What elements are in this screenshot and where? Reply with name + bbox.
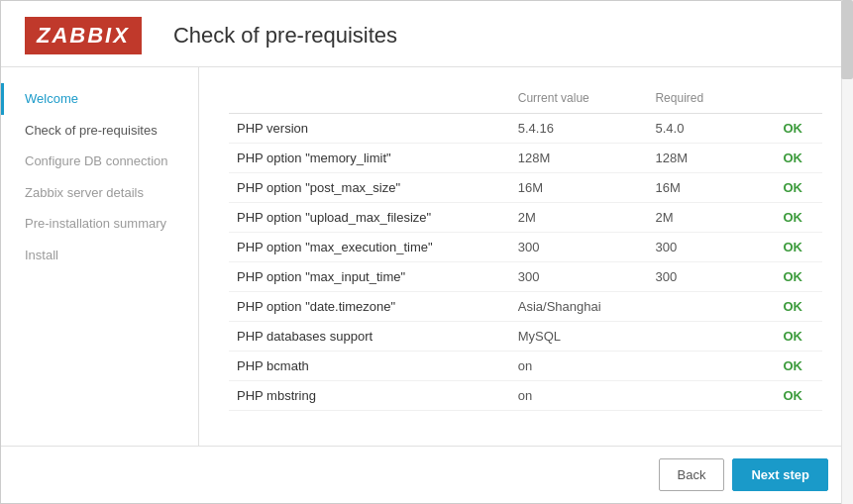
cell-name: PHP option "date.timezone" — [229, 292, 510, 322]
cell-status: OK — [760, 292, 822, 322]
col-header-status — [760, 87, 822, 114]
prereq-table: Current value Required PHP version 5.4.1… — [229, 87, 822, 411]
logo: ZABBIX — [25, 17, 142, 54]
cell-required: 300 — [647, 233, 759, 262]
table-row: PHP option "post_max_size" 16M 16M OK — [229, 173, 822, 203]
cell-required: 128M — [647, 144, 759, 173]
sidebar-item-summary[interactable]: Pre-installation summary — [1, 208, 198, 240]
cell-status: OK — [760, 352, 822, 381]
scrollbar-thumb[interactable] — [841, 67, 852, 79]
cell-status: OK — [760, 381, 822, 411]
sidebar-item-server[interactable]: Zabbix server details — [1, 177, 198, 209]
main-window: ZABBIX Check of pre-requisites Welcome C… — [0, 0, 853, 504]
col-header-name — [229, 87, 510, 114]
sidebar-item-install[interactable]: Install — [1, 240, 198, 271]
cell-required — [647, 292, 759, 322]
cell-required — [647, 381, 759, 411]
cell-required: 16M — [647, 173, 759, 203]
cell-current: 5.4.16 — [510, 114, 648, 144]
cell-current: on — [510, 381, 648, 411]
bottom-bar: Back Next step — [1, 446, 852, 503]
cell-current: MySQL — [510, 322, 648, 352]
cell-current: 300 — [510, 262, 648, 292]
cell-required: 5.4.0 — [647, 114, 759, 144]
cell-required: 2M — [647, 203, 759, 233]
table-row: PHP option "date.timezone" Asia/Shanghai… — [229, 292, 822, 322]
cell-name: PHP mbstring — [229, 381, 510, 411]
table-row: PHP version 5.4.16 5.4.0 OK — [229, 114, 822, 144]
cell-required — [647, 322, 759, 352]
sidebar: Welcome Check of pre-requisites Configur… — [1, 67, 199, 446]
cell-status: OK — [760, 322, 822, 352]
cell-status: OK — [760, 203, 822, 233]
table-row: PHP option "upload_max_filesize" 2M 2M O… — [229, 203, 822, 233]
cell-status: OK — [760, 173, 822, 203]
col-header-required: Required — [647, 87, 759, 114]
table-row: PHP mbstring on OK — [229, 381, 822, 411]
page-title: Check of pre-requisites — [173, 23, 397, 49]
content-area: Current value Required PHP version 5.4.1… — [199, 67, 852, 446]
table-row: PHP option "max_execution_time" 300 300 … — [229, 233, 822, 262]
cell-required — [647, 352, 759, 381]
cell-status: OK — [760, 233, 822, 262]
table-row: PHP option "memory_limit" 128M 128M OK — [229, 144, 822, 173]
cell-current: Asia/Shanghai — [510, 292, 648, 322]
cell-name: PHP option "max_input_time" — [229, 262, 510, 292]
cell-name: PHP version — [229, 114, 510, 144]
cell-status: OK — [760, 262, 822, 292]
cell-status: OK — [760, 114, 822, 144]
next-step-button[interactable]: Next step — [732, 458, 828, 491]
cell-name: PHP option "upload_max_filesize" — [229, 203, 510, 233]
cell-name: PHP option "max_execution_time" — [229, 233, 510, 262]
cell-required: 300 — [647, 262, 759, 292]
back-button[interactable]: Back — [659, 458, 725, 491]
cell-current: 300 — [510, 233, 648, 262]
cell-status: OK — [760, 144, 822, 173]
col-header-current: Current value — [510, 87, 648, 114]
cell-name: PHP option "memory_limit" — [229, 144, 510, 173]
cell-current: on — [510, 352, 648, 381]
cell-name: PHP bcmath — [229, 352, 510, 381]
sidebar-item-db[interactable]: Configure DB connection — [1, 146, 198, 177]
cell-name: PHP option "post_max_size" — [229, 173, 510, 203]
top-bar: ZABBIX Check of pre-requisites — [1, 1, 852, 67]
table-row: PHP option "max_input_time" 300 300 OK — [229, 262, 822, 292]
cell-current: 2M — [510, 203, 648, 233]
main-content: Welcome Check of pre-requisites Configur… — [1, 67, 852, 446]
cell-name: PHP databases support — [229, 322, 510, 352]
cell-current: 16M — [510, 173, 648, 203]
table-row: PHP bcmath on OK — [229, 352, 822, 381]
table-row: PHP databases support MySQL OK — [229, 322, 822, 352]
scrollbar-track[interactable] — [841, 67, 852, 446]
sidebar-item-prereqs[interactable]: Check of pre-requisites — [1, 115, 198, 147]
sidebar-item-welcome[interactable]: Welcome — [1, 83, 198, 115]
cell-current: 128M — [510, 144, 648, 173]
